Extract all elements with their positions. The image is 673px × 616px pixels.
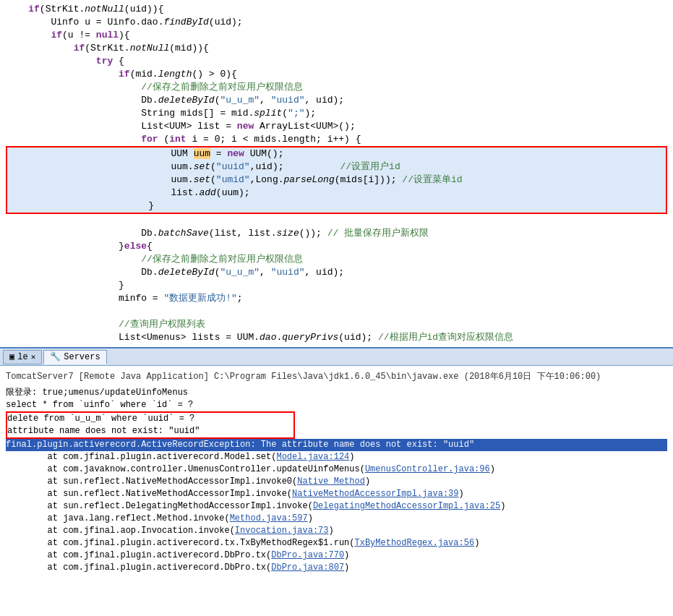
console-error-line: delete from `u_u_m` where `uuid` = ? [7, 413, 293, 425]
console-stack-line: at com.jfinal.plugin.activerecord.tx.TxB… [6, 537, 667, 549]
tab-servers[interactable]: 🔧 Servers [43, 350, 106, 364]
code-line: Db.batchSave(list, list.size()); // 批量保存… [0, 227, 673, 240]
close-icon[interactable]: ✕ [31, 352, 36, 362]
code-line: for (int i = 0; i < mids.length; i++) { [0, 133, 673, 146]
console-header-text: TomcatServer7 [Remote Java Application] … [6, 372, 601, 382]
link-native[interactable]: Native Method [297, 476, 365, 487]
code-line-highlighted: list.add(uum); [7, 187, 666, 200]
tab-console-label: le [17, 352, 27, 362]
console-stack-line: at sun.reflect.DelegatingMethodAccessorI… [6, 500, 667, 513]
code-line [0, 305, 673, 318]
code-line [0, 214, 673, 227]
code-line-highlighted: uum.set("umid",Long.parseLong(mids[i]));… [7, 174, 666, 187]
code-line: minfo = "数据更新成功!"; [0, 292, 673, 305]
code-line: Db.deleteById("u_u_m", "uuid", uid); [0, 266, 673, 279]
console-icon: ▣ [9, 351, 14, 362]
link-nativeaccessor[interactable]: NativeMethodAccessorImpl.java:39 [292, 489, 458, 499]
code-line: //保存之前删除之前对应用户权限信息 [0, 81, 673, 94]
code-line: if(StrKit.notNull(mid)){ [0, 42, 673, 55]
code-line: List<Umenus> lists = UUM.dao.queryPrivs(… [0, 331, 673, 344]
code-line: //查询用户权限列表 [0, 318, 673, 331]
code-line: if(StrKit.notNull(uid)){ [0, 3, 673, 16]
code-area: if(StrKit.notNull(uid)){ Uinfo u = Uinfo… [0, 0, 673, 348]
console-area: TomcatServer7 [Remote Java Application] … [0, 366, 673, 577]
link-dbpro770[interactable]: DbPro.java:770 [271, 550, 344, 560]
link-model[interactable]: Model.java:124 [276, 452, 349, 462]
tab-console[interactable]: ▣ le ✕ [3, 350, 42, 364]
code-line: //保存之前删除之前对应用户权限信息 [0, 253, 673, 266]
servers-icon: 🔧 [50, 351, 61, 362]
code-line: Uinfo u = Uinfo.dao.findById(uid); [0, 16, 673, 29]
code-line: } [0, 279, 673, 292]
code-line-highlighted: uum.set("uuid",uid); //设置用户id [7, 161, 666, 174]
link-txbymethod[interactable]: TxByMethodRegex.java:56 [354, 538, 474, 548]
link-umenus[interactable]: UmenusController.java:96 [365, 464, 490, 474]
link-invocation[interactable]: Invocation.java:73 [235, 526, 329, 536]
link-delegating[interactable]: DelegatingMethodAccessorImpl.java:25 [313, 501, 500, 511]
console-stack-line: at java.lang.reflect.Method.invoke(Metho… [6, 513, 667, 525]
link-dbpro807[interactable]: DbPro.java:807 [271, 562, 344, 573]
console-stack-line: at sun.reflect.NativeMethodAccessorImpl.… [6, 488, 667, 500]
code-line-highlighted: UUM uum = new UUM(); [7, 147, 666, 161]
code-line: Db.deleteById("u_u_m", "uuid", uid); [0, 94, 673, 107]
code-line: if(u != null){ [0, 29, 673, 42]
console-stack-line: at com.jfinal.plugin.activerecord.Model.… [6, 451, 667, 463]
code-line: }else{ [0, 240, 673, 253]
tab-bar: ▣ le ✕ 🔧 Servers [0, 348, 673, 366]
code-line: List<UUM> list = new ArrayList<UUM>(); [0, 120, 673, 133]
console-exception-line: final.plugin.activerecord.ActiveRecordEx… [6, 439, 667, 451]
console-stack-line: at com.jfinal.plugin.activerecord.DbPro.… [6, 562, 667, 574]
console-stack-line: at sun.reflect.NativeMethodAccessorImpl.… [6, 476, 667, 488]
link-method[interactable]: Method.java:597 [230, 513, 308, 523]
tab-servers-label: Servers [64, 352, 100, 362]
console-stack-line: at com.jfinal.plugin.activerecord.DbPro.… [6, 549, 667, 562]
console-error-line: attribute name does not exist: "uuid" [7, 425, 293, 437]
console-stack-line: at com.jfinal.aop.Invocation.invoke(Invo… [6, 525, 667, 537]
code-line-highlighted: } [7, 200, 666, 213]
console-stack-line: at com.javaknow.controller.UmenusControl… [6, 463, 667, 476]
code-line: String mids[] = mid.split(";"); [0, 107, 673, 120]
console-header: TomcatServer7 [Remote Java Application] … [6, 369, 667, 384]
console-line: select * from `uinfo` where `id` = ? [6, 399, 667, 411]
code-line: if(mid.length() > 0){ [0, 68, 673, 81]
console-line: 限登录: true;umenus/updateUinfoMenus [6, 387, 667, 399]
code-line: try { [0, 55, 673, 68]
